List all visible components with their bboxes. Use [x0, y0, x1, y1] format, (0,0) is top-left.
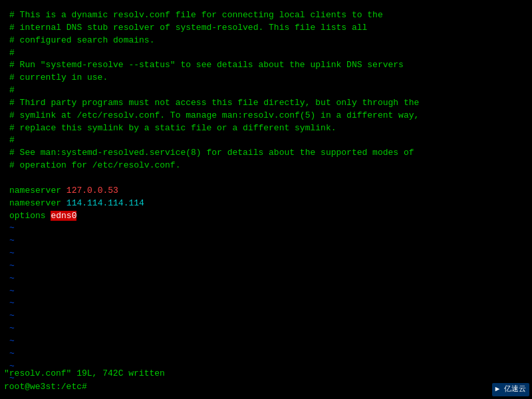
nameserver1-value: 127.0.0.53	[66, 186, 118, 196]
comment-line-11: #	[9, 134, 523, 147]
prompt-line[interactable]: root@we3st:/etc#	[0, 381, 532, 394]
tilde-8: ~	[9, 310, 523, 323]
tilde-7: ~	[9, 297, 523, 310]
comment-line-7: #	[9, 84, 523, 97]
comment-line-2: # internal DNS stub resolver of systemd-…	[9, 22, 523, 35]
comment-line-5: # Run "systemd-resolve --status" to see …	[9, 59, 523, 72]
watermark-logo: ▶	[495, 385, 500, 393]
tilde-4: ~	[9, 260, 523, 273]
nameserver2-value: 114.114.114.114	[66, 198, 144, 208]
comment-line-9: # symlink at /etc/resolv.conf. To manage…	[9, 110, 523, 122]
comment-line-8: # Third party programs must not access t…	[9, 97, 523, 110]
comment-line-4: #	[9, 47, 523, 60]
comment-line-10: # replace this symlink by a static file …	[9, 122, 523, 135]
watermark-text: 亿速云	[504, 385, 526, 393]
empty-line	[9, 172, 523, 185]
tilde-5: ~	[9, 273, 523, 285]
comment-line-6: # currently in use.	[9, 72, 523, 84]
tilde-9: ~	[9, 323, 523, 335]
tilde-11: ~	[9, 348, 523, 360]
tilde-10: ~	[9, 335, 523, 348]
status-text: "resolv.conf" 19L, 742C written	[4, 368, 165, 378]
options-key: options	[9, 211, 51, 221]
options-value: edns0	[51, 211, 76, 221]
nameserver2-key: nameserver	[9, 198, 66, 208]
nameserver1-line: nameserver 127.0.0.53	[9, 185, 523, 198]
comment-line-12: # See man:systemd-resolved.service(8) fo…	[9, 147, 523, 160]
tilde-1: ~	[9, 222, 523, 235]
tilde-2: ~	[9, 235, 523, 247]
tilde-6: ~	[9, 285, 523, 298]
terminal: # This is a dynamic resolv.conf file for…	[0, 0, 532, 399]
watermark: ▶ 亿速云	[492, 383, 529, 396]
tilde-lines: ~ ~ ~ ~ ~ ~ ~ ~ ~ ~ ~ ~ ~	[9, 222, 523, 385]
comment-line-13: # operation for /etc/resolv.conf.	[9, 160, 523, 172]
status-bar: "resolv.conf" 19L, 742C written	[0, 368, 532, 380]
comment-line-1: # This is a dynamic resolv.conf file for…	[9, 9, 523, 22]
options-line: options edns0	[9, 210, 523, 223]
prompt-text: root@we3st:/etc#	[4, 382, 87, 392]
tilde-3: ~	[9, 247, 523, 260]
nameserver2-line: nameserver 114.114.114.114	[9, 198, 523, 210]
nameserver1-key: nameserver	[9, 186, 66, 196]
comment-line-3: # configured search domains.	[9, 35, 523, 47]
